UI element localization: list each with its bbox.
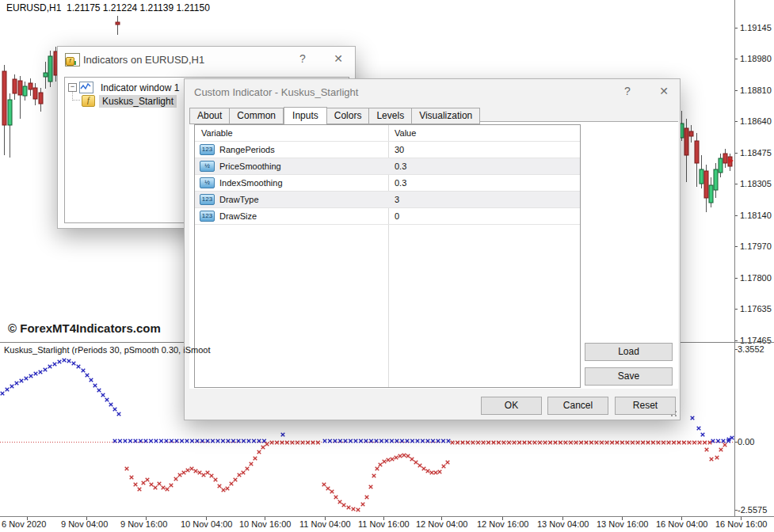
scatter-mark: [631, 441, 635, 445]
close-icon[interactable]: ✕: [657, 85, 671, 97]
table-row[interactable]: 123RangePeriods30: [195, 142, 580, 158]
tree-item-label[interactable]: Indicator window 1: [97, 82, 182, 94]
scatter-mark: [105, 398, 109, 402]
scatter-mark: [214, 478, 218, 482]
table-row[interactable]: 123DrawType3: [195, 192, 580, 208]
scatter-mark: [543, 441, 547, 445]
indicators-dialog-titlebar[interactable]: f Indicators on EURUSD,H1 ? ✕: [58, 47, 355, 72]
close-icon[interactable]: ✕: [331, 52, 345, 65]
scatter-mark: [39, 370, 43, 374]
scatter-mark: [182, 471, 186, 475]
scatter-mark: [222, 488, 226, 492]
table-row[interactable]: ½IndexSmoothing0.3: [195, 175, 580, 192]
scatter-mark: [198, 471, 202, 475]
candle-body: [695, 141, 699, 163]
scatter-mark: [538, 441, 542, 445]
scatter-mark: [15, 382, 19, 386]
ok-button[interactable]: OK: [481, 397, 542, 415]
scatter-mark: [124, 439, 128, 443]
table-row[interactable]: 123DrawSize0: [195, 208, 580, 225]
scatter-mark: [698, 441, 702, 445]
scatter-mark: [180, 439, 184, 443]
scatter-mark: [391, 458, 395, 462]
scatter-mark: [502, 441, 506, 445]
scatter-mark: [86, 374, 90, 378]
scatter-mark: [406, 454, 410, 458]
scatter-mark: [376, 467, 379, 471]
integer-type-icon: 123: [200, 194, 215, 205]
tab-inputs[interactable]: Inputs: [284, 107, 327, 125]
variable-value[interactable]: 30: [388, 145, 404, 154]
scatter-mark: [162, 486, 166, 490]
variable-name: IndexSmoothing: [219, 178, 283, 188]
help-icon[interactable]: ?: [620, 85, 635, 97]
candle-body: [2, 71, 6, 125]
scatter-mark: [216, 439, 220, 443]
scatter-mark: [410, 439, 414, 443]
tree-item-label-selected[interactable]: Kuskus_Starlight: [99, 95, 177, 108]
candle-body: [719, 158, 723, 173]
variable-value[interactable]: 0.3: [388, 162, 406, 171]
variable-value[interactable]: 3: [388, 195, 399, 204]
scatter-mark: [691, 416, 695, 420]
table-header: VariableValue: [195, 125, 580, 142]
scatter-mark: [349, 439, 353, 443]
scatter-mark: [158, 482, 162, 486]
scatter-mark: [402, 454, 406, 458]
scatter-mark: [710, 458, 714, 462]
scatter-mark: [361, 503, 365, 507]
scatter-mark: [101, 393, 105, 397]
scatter-mark: [117, 412, 121, 416]
scatter-mark: [261, 446, 265, 450]
scatter-mark: [441, 439, 445, 443]
scatter-mark: [90, 378, 93, 382]
scatter-mark: [723, 443, 727, 447]
scatter-mark: [323, 439, 327, 443]
tab-about[interactable]: About: [189, 108, 230, 124]
scatter-mark: [146, 478, 150, 482]
scatter-mark: [347, 506, 351, 510]
scatter-mark: [422, 467, 426, 471]
scatter-mark: [34, 372, 38, 376]
table-row[interactable]: ½PriceSmoothing0.3: [195, 158, 580, 175]
scatter-mark: [701, 433, 705, 437]
scatter-mark: [356, 508, 360, 512]
reset-button[interactable]: Reset: [615, 397, 676, 415]
tab-levels[interactable]: Levels: [369, 108, 412, 124]
scatter-mark: [398, 454, 402, 458]
scatter-mark: [507, 441, 511, 445]
scatter-mark: [387, 458, 391, 462]
tree-item-indicator-window[interactable]: − Indicator window 1: [68, 81, 182, 94]
custom-dialog-titlebar[interactable]: Custom Indicator - Kuskus_Starlight ? ✕: [185, 79, 680, 104]
help-icon[interactable]: ?: [295, 52, 310, 65]
save-button[interactable]: Save: [585, 367, 673, 386]
variable-value[interactable]: 0: [388, 211, 399, 221]
load-button[interactable]: Load: [585, 343, 673, 361]
tab-common[interactable]: Common: [230, 108, 284, 124]
chart-line-icon: [79, 82, 93, 93]
scatter-mark: [372, 474, 376, 478]
scatter-mark: [369, 485, 373, 489]
variable-value[interactable]: 0.3: [388, 178, 406, 188]
custom-dialog-title: Custom Indicator - Kuskus_Starlight: [194, 86, 358, 98]
scatter-mark: [154, 486, 158, 490]
candle-body: [689, 131, 693, 136]
scatter-mark: [692, 441, 696, 445]
scatter-mark: [688, 441, 692, 445]
scatter-mark: [434, 471, 438, 475]
resize-grip-icon[interactable]: [670, 410, 677, 417]
scatter-mark: [600, 441, 604, 445]
scatter-mark: [705, 448, 709, 452]
scatter-mark: [352, 507, 356, 511]
scatter-mark: [301, 441, 305, 445]
tab-colors[interactable]: Colors: [327, 108, 370, 124]
integer-type-icon: 123: [200, 144, 215, 155]
cancel-button[interactable]: Cancel: [547, 397, 608, 415]
tab-visualization[interactable]: Visualization: [412, 108, 480, 124]
column-value: Value: [388, 128, 416, 138]
tree-item-kuskus-starlight[interactable]: f Kuskus_Starlight: [82, 94, 177, 108]
collapse-icon[interactable]: −: [68, 83, 77, 92]
indicators-dialog-icon: f: [65, 53, 80, 66]
candle-body: [704, 171, 708, 198]
scatter-mark: [446, 461, 450, 465]
